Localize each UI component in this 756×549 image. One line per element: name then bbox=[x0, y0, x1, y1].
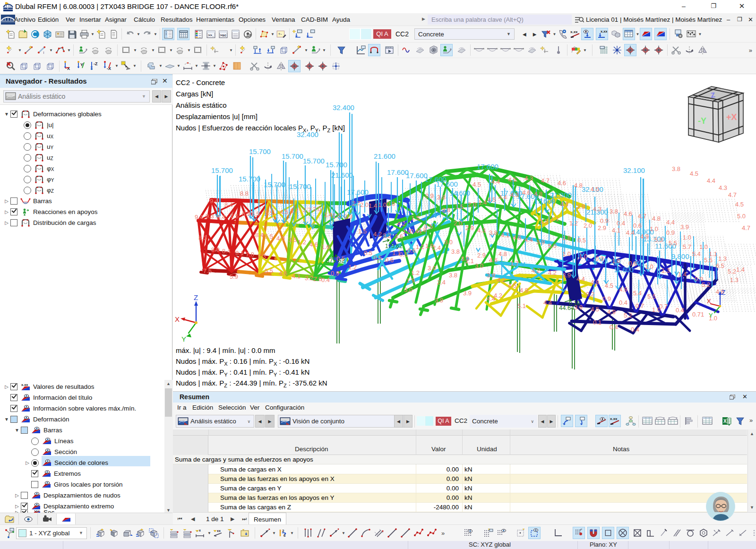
svg-text:1.4: 1.4 bbox=[736, 266, 745, 273]
svg-text:4.6: 4.6 bbox=[279, 270, 287, 277]
svg-text:4.4: 4.4 bbox=[576, 275, 585, 283]
svg-text:1.2: 1.2 bbox=[416, 243, 424, 250]
svg-text:5.5: 5.5 bbox=[265, 267, 273, 274]
svg-text:0.4: 0.4 bbox=[619, 299, 627, 306]
svg-text:0.9: 0.9 bbox=[595, 255, 604, 262]
svg-text:0.4: 0.4 bbox=[631, 326, 639, 333]
svg-text:1.3: 1.3 bbox=[718, 255, 727, 262]
svg-text:4.4: 4.4 bbox=[543, 299, 552, 306]
svg-text:4.0: 4.0 bbox=[276, 235, 285, 242]
svg-text:Y: Y bbox=[181, 335, 186, 343]
svg-text:1.3: 1.3 bbox=[730, 276, 739, 283]
svg-text:17.600: 17.600 bbox=[436, 180, 458, 188]
svg-text:0.9: 0.9 bbox=[344, 213, 352, 220]
svg-text:5.5: 5.5 bbox=[669, 240, 677, 247]
svg-text:1.0: 1.0 bbox=[645, 263, 653, 270]
svg-text:21.600: 21.600 bbox=[331, 171, 353, 179]
svg-text:0.9: 0.9 bbox=[387, 200, 395, 207]
svg-text:17.600: 17.600 bbox=[387, 168, 409, 176]
svg-text:5.5: 5.5 bbox=[647, 293, 656, 300]
svg-text:1.8: 1.8 bbox=[562, 234, 571, 241]
svg-text:4.5: 4.5 bbox=[560, 201, 568, 208]
svg-text:0.6: 0.6 bbox=[628, 260, 637, 267]
svg-text:4.9: 4.9 bbox=[520, 287, 528, 294]
svg-text:0.9: 0.9 bbox=[602, 295, 611, 302]
svg-text:0.4: 0.4 bbox=[617, 220, 625, 227]
svg-text:3.8: 3.8 bbox=[672, 165, 680, 172]
svg-text:3.0: 3.0 bbox=[404, 286, 412, 293]
svg-text:15.700: 15.700 bbox=[211, 166, 233, 174]
svg-text:4.8: 4.8 bbox=[574, 182, 583, 189]
svg-text:2.1: 2.1 bbox=[465, 257, 474, 265]
svg-text:0.2: 0.2 bbox=[586, 291, 594, 298]
svg-text:0.5: 0.5 bbox=[399, 251, 408, 258]
svg-text:3.9: 3.9 bbox=[562, 272, 571, 279]
svg-text:4.2: 4.2 bbox=[373, 231, 382, 238]
svg-text:6.9: 6.9 bbox=[242, 210, 250, 217]
svg-text:Y: Y bbox=[709, 312, 713, 319]
svg-text:15.700: 15.700 bbox=[282, 152, 303, 160]
svg-text:4.5: 4.5 bbox=[735, 201, 744, 208]
svg-text:1.2: 1.2 bbox=[569, 220, 578, 227]
svg-text:8.9: 8.9 bbox=[211, 246, 220, 253]
svg-text:3.8: 3.8 bbox=[449, 272, 457, 279]
svg-text:3.5: 3.5 bbox=[288, 236, 297, 243]
svg-text:4.6: 4.6 bbox=[309, 241, 318, 248]
svg-text:8.4: 8.4 bbox=[255, 232, 264, 239]
svg-text:4.7: 4.7 bbox=[742, 224, 750, 232]
svg-text:4.8: 4.8 bbox=[498, 250, 507, 257]
svg-text:4.8: 4.8 bbox=[652, 215, 661, 222]
svg-text:4.2: 4.2 bbox=[397, 220, 405, 227]
svg-text:15.700: 15.700 bbox=[289, 182, 311, 190]
svg-text:1.5: 1.5 bbox=[358, 228, 367, 235]
svg-text:4.3: 4.3 bbox=[593, 206, 601, 213]
svg-text:8.8: 8.8 bbox=[240, 190, 249, 197]
svg-text:9.4: 9.4 bbox=[210, 197, 218, 205]
svg-text:2.7: 2.7 bbox=[352, 200, 361, 207]
svg-text:1.0: 1.0 bbox=[612, 257, 620, 265]
svg-text:375.62: 375.62 bbox=[326, 257, 345, 264]
svg-text:3.9: 3.9 bbox=[680, 223, 689, 231]
svg-text:0.4: 0.4 bbox=[321, 276, 330, 283]
svg-text:4.5: 4.5 bbox=[690, 170, 698, 177]
svg-text:5.9: 5.9 bbox=[230, 273, 238, 280]
svg-text:1.2: 1.2 bbox=[348, 264, 357, 271]
svg-text:1.5: 1.5 bbox=[411, 214, 420, 222]
svg-text:5.3: 5.3 bbox=[654, 236, 663, 243]
svg-text:4.1: 4.1 bbox=[292, 273, 301, 280]
svg-text:8.4: 8.4 bbox=[217, 214, 225, 221]
svg-text:3.8: 3.8 bbox=[489, 229, 498, 236]
svg-text:x: x bbox=[199, 529, 201, 532]
svg-text:9.4: 9.4 bbox=[195, 214, 203, 221]
svg-text:4.9: 4.9 bbox=[640, 233, 649, 240]
svg-text:3.9: 3.9 bbox=[536, 239, 545, 246]
svg-text:2.0: 2.0 bbox=[584, 222, 592, 229]
svg-text:4.5: 4.5 bbox=[472, 181, 481, 188]
svg-text:8.4: 8.4 bbox=[222, 248, 231, 255]
svg-text:4.3: 4.3 bbox=[510, 191, 519, 198]
svg-text:2.4: 2.4 bbox=[432, 244, 441, 251]
svg-text:1.0: 1.0 bbox=[699, 243, 708, 250]
svg-text:2.0: 2.0 bbox=[468, 201, 476, 208]
svg-text:2.0: 2.0 bbox=[313, 275, 322, 283]
svg-text:1.4: 1.4 bbox=[369, 202, 377, 209]
svg-text:21.600: 21.600 bbox=[374, 152, 395, 160]
svg-text:17.600: 17.600 bbox=[406, 172, 428, 180]
svg-text:15.700: 15.700 bbox=[239, 175, 260, 183]
svg-text:4.5: 4.5 bbox=[591, 306, 599, 313]
svg-text:4.7: 4.7 bbox=[728, 191, 737, 198]
svg-text:1.0: 1.0 bbox=[332, 212, 341, 219]
svg-text:2.0: 2.0 bbox=[454, 220, 462, 227]
svg-text:5.7: 5.7 bbox=[683, 243, 691, 250]
svg-text:4.3: 4.3 bbox=[477, 227, 486, 234]
svg-text:4.4: 4.4 bbox=[626, 229, 635, 236]
svg-text:1.0: 1.0 bbox=[562, 250, 571, 257]
svg-text:2.4: 2.4 bbox=[437, 279, 446, 286]
svg-text:0.6: 0.6 bbox=[385, 257, 394, 264]
svg-text:6.5: 6.5 bbox=[251, 210, 260, 217]
svg-text:5.0: 5.0 bbox=[737, 213, 746, 220]
svg-text:1.2: 1.2 bbox=[411, 269, 420, 276]
svg-text:2.9: 2.9 bbox=[576, 203, 585, 210]
svg-text:4.5: 4.5 bbox=[508, 176, 516, 183]
svg-text:9.3: 9.3 bbox=[206, 213, 214, 220]
